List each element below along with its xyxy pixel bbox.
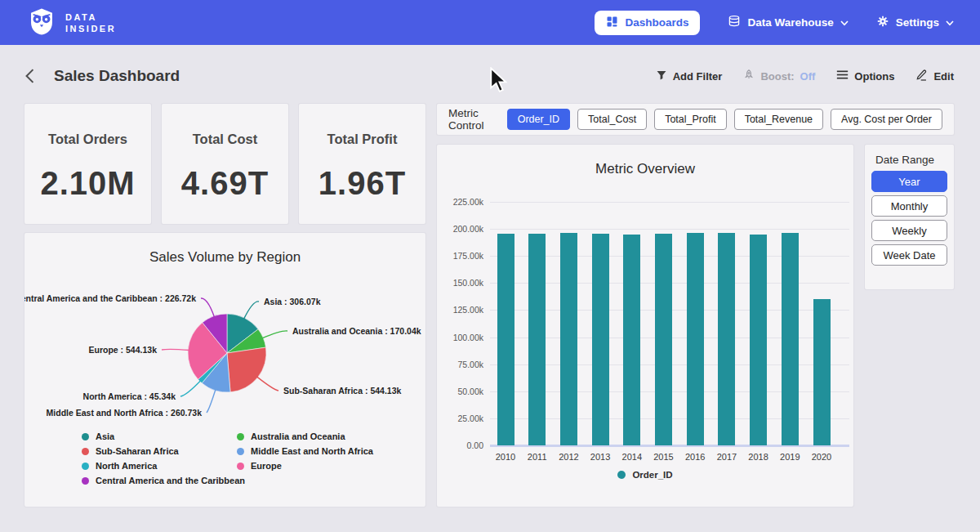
metric-button-total-profit[interactable]: Total_Profit (654, 109, 727, 130)
date-range-button-group: YearMonthlyWeeklyWeek Date (871, 171, 947, 266)
pie-chart-panel: Sales Volume by Region Asia : 306.07kAus… (24, 233, 425, 507)
pie-leader-line (180, 380, 201, 396)
dashboard-grid-icon (606, 16, 618, 30)
pie-legend-item-europe[interactable]: Europe (237, 461, 373, 471)
bar-2010[interactable] (497, 234, 514, 445)
pie-label-europe: Europe : 544.13k (89, 345, 158, 355)
nav-settings[interactable]: Settings (876, 15, 954, 30)
bar-2016[interactable] (687, 233, 704, 445)
metric-button-total-cost[interactable]: Total_Cost (577, 109, 647, 130)
y-axis-tick: 150.00k (439, 278, 483, 288)
legend-label: Sub-Saharan Africa (96, 446, 179, 456)
kpi-value: 4.69T (181, 165, 269, 202)
legend-label: Europe (251, 461, 282, 471)
date-range-button-weekly[interactable]: Weekly (871, 220, 947, 241)
metric-button-order-id[interactable]: Order_ID (507, 109, 570, 130)
add-filter-button[interactable]: Add Filter (656, 69, 723, 83)
legend-label: North America (96, 461, 157, 471)
chevron-down-icon (840, 16, 849, 29)
bar-2017[interactable] (718, 233, 735, 445)
date-range-button-monthly[interactable]: Monthly (871, 195, 947, 217)
bar-chart-panel: Metric Overview 225.00k200.00k175.00k150… (437, 145, 853, 507)
logo[interactable]: DATA INSIDER (26, 6, 116, 40)
boost-status: Off (800, 70, 816, 83)
pie-leader-line (207, 389, 216, 413)
y-axis-tick: 200.00k (439, 224, 483, 234)
database-icon (728, 15, 741, 30)
pie-legend-item-australia-and-oceania[interactable]: Australia and Oceania (237, 431, 373, 441)
bar-2018[interactable] (750, 235, 767, 445)
pie-legend-column-1: AsiaSub-Saharan AfricaNorth AmericaCentr… (82, 431, 245, 485)
bar-chart-legend: Order_ID (437, 470, 853, 480)
legend-dot (617, 471, 626, 479)
edit-button[interactable]: Edit (915, 69, 954, 83)
bar-2011[interactable] (528, 234, 546, 445)
nav-data-warehouse[interactable]: Data Warehouse (728, 15, 848, 30)
kpi-value: 1.96T (318, 165, 406, 202)
pie-legend-item-central-america-and-the-caribbean[interactable]: Central America and the Caribbean (82, 476, 245, 485)
y-axis-tick: 0.00 (439, 440, 483, 450)
kpi-label: Total Cost (193, 132, 257, 147)
boost-toggle[interactable]: Boost: Off (743, 69, 815, 83)
x-axis-tick: 2012 (552, 452, 585, 462)
x-axis-tick: 2013 (584, 452, 617, 462)
legend-dot (237, 433, 244, 440)
legend-dot (237, 463, 244, 470)
x-axis-tick: 2015 (648, 452, 680, 462)
legend-label: Order_ID (632, 470, 672, 480)
back-button[interactable] (24, 65, 42, 87)
legend-label: Central America and the Caribbean (96, 476, 245, 485)
date-range-button-year[interactable]: Year (871, 171, 947, 192)
x-axis-tick: 2019 (773, 452, 806, 462)
legend-label: Middle East and North Africa (251, 446, 373, 456)
bar-2019[interactable] (782, 233, 799, 445)
dashboard-header: Sales Dashboard Add Filter Boost: Off (24, 64, 954, 88)
nav-dashboards-label: Dashboards (625, 16, 688, 29)
pie-legend-item-asia[interactable]: Asia (82, 431, 245, 441)
gear-icon (876, 15, 889, 30)
bar-2020[interactable] (813, 299, 831, 445)
pie-leader-line (261, 331, 287, 338)
y-axis-tick: 175.00k (439, 251, 483, 261)
metric-control-label: Metric Control (448, 107, 492, 132)
y-axis-tick: 100.00k (439, 333, 483, 342)
kpi-value: 2.10M (40, 165, 135, 202)
nav-dashboards-button[interactable]: Dashboards (595, 11, 700, 35)
x-axis-tick: 2017 (710, 452, 743, 462)
rocket-icon (743, 69, 755, 83)
bar-2015[interactable] (655, 234, 672, 445)
y-axis-tick: 25.00k (439, 414, 483, 423)
x-axis-tick: 2011 (521, 452, 554, 462)
date-range-button-week-date[interactable]: Week Date (871, 244, 947, 266)
pie-legend-item-sub-saharan-africa[interactable]: Sub-Saharan Africa (82, 446, 245, 456)
y-axis-tick: 75.00k (439, 360, 483, 369)
legend-dot (82, 463, 89, 470)
options-button[interactable]: Options (836, 69, 894, 83)
app-root: DATA INSIDER Dashboards (0, 0, 980, 532)
metric-button-avg-cost-per-order[interactable]: Avg. Cost per Order (831, 109, 942, 130)
date-range-label: Date Range (875, 154, 934, 166)
date-range-panel: Date Range YearMonthlyWeeklyWeek Date (865, 145, 954, 289)
pie-label-asia: Asia : 306.07k (264, 297, 321, 306)
bar-2014[interactable] (623, 235, 640, 445)
metric-button-total-revenue[interactable]: Total_Revenue (734, 109, 823, 130)
pie-label-australia-and-oceania: Australia and Oceania : 170.04k (292, 326, 421, 336)
bar-2012[interactable] (560, 233, 577, 445)
legend-dot (82, 448, 89, 455)
pie-label-north-america: North America : 45.34k (83, 391, 176, 401)
legend-label: Australia and Oceania (251, 431, 345, 441)
kpi-card-total-cost: Total Cost 4.69T (162, 104, 288, 224)
metric-button-group: Order_IDTotal_CostTotal_ProfitTotal_Reve… (507, 109, 942, 130)
kpi-card-total-orders: Total Orders 2.10M (24, 104, 151, 224)
x-axis-tick: 2016 (679, 452, 711, 462)
logo-text: DATA INSIDER (65, 11, 116, 34)
bar-2013[interactable] (592, 234, 609, 445)
nav-settings-label: Settings (896, 16, 939, 29)
pie-slice-sub-saharan-africa[interactable] (227, 347, 266, 392)
x-axis-tick: 2018 (742, 452, 775, 462)
navbar: DATA INSIDER Dashboards (0, 0, 980, 45)
pie-label-middle-east-and-north-africa: Middle East and North Africa : 260.73k (47, 408, 203, 418)
pie-leader-line (243, 302, 259, 320)
pie-legend-item-middle-east-and-north-africa[interactable]: Middle East and North Africa (237, 446, 373, 456)
pie-legend-item-north-america[interactable]: North America (82, 461, 245, 471)
